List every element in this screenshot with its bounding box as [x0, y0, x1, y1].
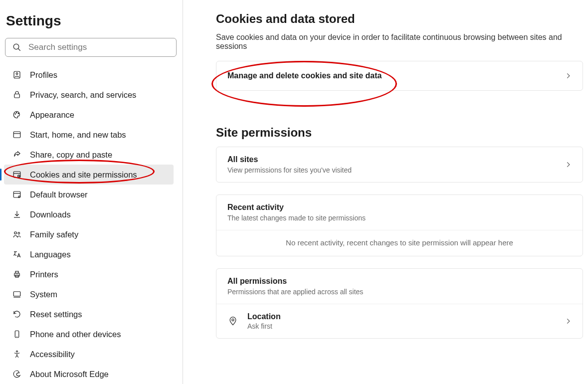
- recent-activity-card: Recent activity The latest changes made …: [216, 194, 583, 256]
- svg-rect-4: [14, 94, 20, 98]
- phone-icon: [12, 329, 22, 339]
- cookies-icon: [12, 170, 22, 180]
- reset-icon: [12, 309, 22, 319]
- search-box[interactable]: [5, 38, 177, 57]
- manage-cookies-card[interactable]: Manage and delete cookies and site data: [216, 61, 583, 91]
- permission-sub: Ask first: [247, 322, 556, 330]
- system-icon: [12, 289, 22, 299]
- language-icon: [12, 249, 22, 259]
- chevron-right-icon: [565, 161, 572, 168]
- browser-icon: [12, 190, 22, 199]
- sidebar-item-label: About Microsoft Edge: [30, 370, 109, 379]
- sidebar-item-phone[interactable]: Phone and other devices: [0, 324, 183, 344]
- recent-title: Recent activity: [227, 203, 572, 212]
- sidebar-item-label: Languages: [30, 250, 71, 259]
- sidebar-item-label: Privacy, search, and services: [30, 90, 136, 100]
- sidebar: Settings ProfilesPrivacy, search, and se…: [0, 0, 183, 384]
- location-icon: [227, 316, 238, 326]
- window-icon: [12, 130, 22, 140]
- sidebar-item-label: Profiles: [30, 70, 57, 80]
- sidebar-item-label: Printers: [30, 270, 58, 279]
- all-sites-title: All sites: [227, 155, 556, 164]
- all-sites-card[interactable]: All sites View permissions for sites you…: [216, 147, 583, 183]
- svg-rect-21: [13, 292, 20, 296]
- all-sites-sub: View permissions for sites you've visite…: [227, 166, 556, 174]
- chevron-right-icon: [565, 72, 572, 79]
- palette-icon: [12, 110, 22, 120]
- sidebar-item-label: Start, home, and new tabs: [30, 130, 126, 140]
- cookies-heading: Cookies and data stored: [216, 12, 583, 26]
- download-icon: [12, 209, 22, 219]
- sidebar-item-label: Appearance: [30, 110, 74, 120]
- svg-rect-18: [14, 273, 20, 276]
- search-input[interactable]: [28, 42, 169, 52]
- manage-cookies-label: Manage and delete cookies and site data: [227, 71, 556, 80]
- svg-line-1: [18, 48, 20, 51]
- sidebar-item-family[interactable]: Family safety: [0, 224, 183, 244]
- profile-icon: [12, 70, 22, 80]
- accessibility-icon: [12, 349, 22, 359]
- sidebar-item-reset[interactable]: Reset settings: [0, 304, 183, 324]
- nav-list: ProfilesPrivacy, search, and servicesApp…: [0, 65, 183, 384]
- svg-rect-10: [13, 172, 20, 178]
- sidebar-item-label: Downloads: [30, 210, 71, 219]
- edge-icon: [12, 369, 22, 379]
- sidebar-item-label: Share, copy and paste: [30, 150, 112, 160]
- svg-point-6: [16, 112, 17, 113]
- svg-point-3: [16, 73, 18, 75]
- share-icon: [12, 150, 22, 160]
- sidebar-item-label: Family safety: [30, 230, 78, 239]
- permission-title: Location: [247, 312, 556, 321]
- sidebar-item-label: Cookies and site permissions: [30, 170, 137, 180]
- all-perms-title: All permissions: [227, 277, 572, 286]
- svg-point-16: [14, 232, 17, 234]
- chevron-right-icon: [565, 318, 572, 325]
- all-permissions-card: All permissions Permissions that are app…: [216, 268, 583, 339]
- sidebar-item-label: Reset settings: [30, 310, 82, 319]
- sidebar-item-download[interactable]: Downloads: [0, 204, 183, 224]
- sidebar-item-accessibility[interactable]: Accessibility: [0, 344, 183, 364]
- svg-rect-19: [15, 271, 18, 273]
- svg-point-25: [16, 351, 18, 352]
- search-icon: [12, 43, 21, 52]
- sidebar-item-printer[interactable]: Printers: [0, 264, 183, 284]
- recent-sub: The latest changes made to site permissi…: [227, 214, 572, 222]
- recent-empty: No recent activity, recent changes to si…: [216, 230, 583, 256]
- sidebar-item-window[interactable]: Start, home, and new tabs: [0, 125, 183, 145]
- sidebar-item-share[interactable]: Share, copy and paste: [0, 145, 183, 165]
- sidebar-item-label: System: [30, 290, 57, 299]
- sidebar-item-lock[interactable]: Privacy, search, and services: [0, 85, 183, 105]
- permission-row-location[interactable]: Location Ask first: [216, 304, 583, 338]
- svg-rect-8: [13, 132, 20, 138]
- svg-point-5: [15, 114, 16, 115]
- svg-point-26: [232, 319, 234, 321]
- permissions-heading: Site permissions: [216, 126, 583, 140]
- sidebar-item-language[interactable]: Languages: [0, 244, 183, 264]
- sidebar-item-label: Phone and other devices: [30, 330, 121, 339]
- sidebar-item-system[interactable]: System: [0, 284, 183, 304]
- sidebar-item-profile[interactable]: Profiles: [0, 65, 183, 85]
- sidebar-item-browser[interactable]: Default browser: [0, 185, 183, 204]
- svg-point-7: [18, 113, 19, 114]
- sidebar-item-palette[interactable]: Appearance: [0, 105, 183, 125]
- main-content: Cookies and data stored Save cookies and…: [183, 0, 588, 384]
- sidebar-item-label: Accessibility: [30, 350, 75, 359]
- cookies-description: Save cookies and data on your device in …: [216, 33, 578, 51]
- lock-icon: [12, 90, 22, 100]
- svg-point-0: [13, 44, 19, 49]
- sidebar-item-label: Default browser: [30, 190, 88, 199]
- svg-rect-13: [13, 192, 20, 197]
- svg-point-17: [18, 232, 20, 234]
- sidebar-item-cookies[interactable]: Cookies and site permissions: [4, 165, 174, 185]
- family-icon: [12, 229, 22, 239]
- sidebar-item-edge[interactable]: About Microsoft Edge: [0, 364, 183, 384]
- all-perms-sub: Permissions that are applied across all …: [227, 288, 572, 296]
- settings-title: Settings: [0, 9, 183, 38]
- printer-icon: [12, 269, 22, 279]
